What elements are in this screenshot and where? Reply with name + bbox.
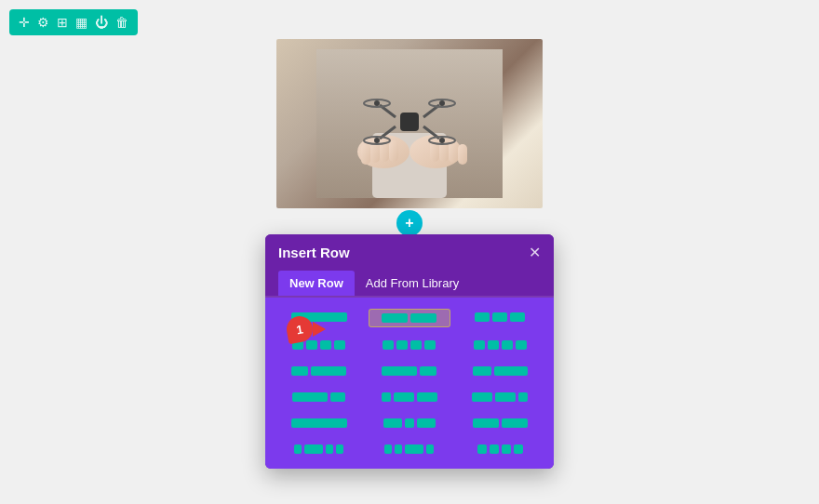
svg-point-24 [439, 138, 445, 143]
svg-rect-7 [389, 140, 398, 162]
add-row-button[interactable]: + [396, 210, 423, 236]
columns-icon[interactable]: ▦ [75, 15, 87, 30]
modal-header: Insert Row ✕ [265, 234, 554, 271]
svg-rect-4 [361, 144, 370, 165]
modal-tabs: New Row Add From Library [265, 271, 554, 298]
layout-option-wide-narrow[interactable] [278, 389, 359, 405]
layout-option-2-1[interactable] [369, 363, 450, 379]
settings-icon[interactable]: ⚙ [37, 15, 49, 30]
layout-option-mixed-3[interactable] [460, 363, 541, 379]
layout-option-2col-equal[interactable] [369, 309, 450, 327]
insert-row-modal: Insert Row ✕ New Row Add From Library [265, 234, 554, 469]
svg-point-22 [439, 100, 445, 106]
layout-option-1-2[interactable] [278, 363, 359, 379]
layout-option-4col-b[interactable] [369, 337, 450, 353]
svg-rect-12 [400, 113, 419, 131]
layout-option-4col-c[interactable] [460, 337, 541, 353]
photo-background [276, 39, 543, 208]
layout-option-2even-b[interactable] [460, 415, 541, 431]
svg-rect-11 [458, 144, 467, 165]
tooltip-arrow [313, 322, 326, 337]
layout-option-4-uneven-a[interactable] [278, 441, 359, 458]
layout-option-4-equal-b[interactable] [460, 441, 541, 458]
move-icon[interactable]: ✛ [19, 15, 30, 30]
layout-option-full-width[interactable] [278, 415, 359, 431]
trash-icon[interactable]: 🗑 [115, 15, 128, 30]
plus-icon: + [405, 215, 413, 232]
tab-add-from-library[interactable]: Add From Library [355, 271, 470, 296]
hands-drone-illustration [316, 49, 503, 198]
layout-option-narrow-2wide[interactable] [369, 389, 450, 405]
layout-option-3uneven[interactable] [369, 415, 450, 431]
modal-close-button[interactable]: ✕ [529, 244, 541, 261]
power-icon[interactable]: ⏻ [95, 15, 108, 30]
top-toolbar: ✛ ⚙ ⊞ ▦ ⏻ 🗑 [9, 9, 138, 35]
tab-new-row[interactable]: New Row [278, 271, 355, 296]
layout-option-2wide-narrow[interactable] [460, 389, 541, 405]
modal-title: Insert Row [278, 245, 350, 260]
image-block [276, 39, 543, 208]
layout-option-4-uneven-b[interactable] [369, 441, 450, 458]
layout-option-3col-equal[interactable] [460, 309, 541, 327]
svg-point-23 [374, 138, 380, 143]
duplicate-icon[interactable]: ⊞ [57, 15, 68, 30]
svg-point-21 [374, 100, 380, 106]
